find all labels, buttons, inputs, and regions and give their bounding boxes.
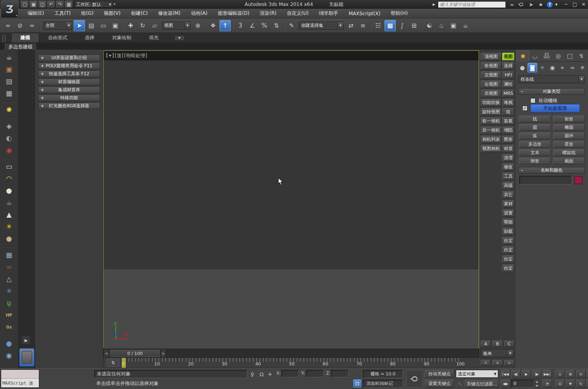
snaps-toggle-3d-icon[interactable]: 3 [235,20,246,31]
previous-frame-button[interactable]: ◀| [511,370,521,378]
viewport-canvas-upper[interactable] [104,60,479,269]
close-button[interactable]: ✕ [581,2,586,7]
sign-in-icon[interactable]: ➤ [528,1,535,8]
rock-icon[interactable]: ✳ [2,285,16,297]
help-icon[interactable]: ? [547,2,553,8]
quad-shelf-button[interactable]: 高级 [502,182,514,189]
isolate-selection-icon[interactable]: ⊡ [353,379,361,387]
help-caret-icon[interactable]: ▾ [555,2,558,7]
quad-view-button[interactable]: 右视图 [481,80,501,88]
shelf-set-button[interactable]: C [504,341,514,347]
subcat-helpers-icon[interactable]: ⌖ [558,63,567,72]
quad-shelf-button[interactable]: 塌陷 [502,126,514,134]
zero-x-icon[interactable]: 0x [2,321,16,335]
quad-shelf-button[interactable]: 属性 [502,80,514,88]
shape-type-button[interactable]: 线 [519,116,551,122]
quad-shelf-button[interactable]: 自定 [502,237,514,245]
grass-icon[interactable]: ψ [2,297,16,309]
tab-create[interactable]: ✱ [517,50,529,62]
menu-item[interactable]: 编辑(E) [22,9,49,18]
menu-item[interactable]: 渲染(R) [255,9,282,18]
next-frame-arrow[interactable]: > [160,349,166,357]
wire-teapot-icon[interactable]: ☕ [2,197,16,209]
quad-view-button[interactable]: 后一相机 [481,126,501,134]
viewport-pov-menu[interactable]: [顶] [115,52,123,59]
menu-item[interactable]: 动画(A) [185,9,213,18]
menu-item[interactable]: 组(G) [76,9,99,18]
manage-layers-icon[interactable]: ☷ [373,20,384,31]
shape-type-button[interactable]: 卵形 [519,158,551,164]
menu-item[interactable]: 自定义(U) [282,9,314,18]
edit-named-selection-sets-icon[interactable]: ✎ [286,20,297,31]
quad-shelf-button[interactable]: 设置 [502,209,514,217]
reference-coordinate-dropdown[interactable]: 视图▼ [162,22,191,30]
shelf-set-button[interactable]: A [481,341,491,347]
name-and-color-rollout[interactable]: - 名称和颜色 [518,167,585,174]
rollout-header[interactable]: + 灯光颜色RGB选择器 [38,102,100,109]
menu-item[interactable]: 修改器(M) [153,9,186,18]
quad-view-button[interactable]: 左视图 [481,71,501,79]
percent-snap-icon[interactable]: % [259,20,270,31]
toolbar-options-caret[interactable]: ▼ [113,3,115,6]
menu-item[interactable]: 视图(V) [99,9,126,18]
mirror-icon[interactable]: ⇄ [345,20,356,31]
absolute-offset-gizmo-icon[interactable]: ✛ [266,370,274,378]
shape-type-button[interactable]: 椭圆 [553,124,585,131]
minimize-button[interactable]: ─ [563,2,569,7]
plane-primitive-icon[interactable]: ▭ [2,160,16,172]
shape-type-button[interactable]: 星形 [553,141,585,148]
bind-to-space-warp-icon[interactable]: ≈ [26,20,38,31]
viewport-general-menu[interactable]: [+] [106,53,114,58]
zoom-all-button[interactable]: ⊞ [566,370,575,378]
selection-lock-icon[interactable]: Ω [258,370,266,378]
mini-listener-script-row[interactable]: MAXScript 迷 [1,379,39,387]
quad-view-button[interactable]: 视图相机 [481,145,501,152]
selected-objects-dropdown[interactable]: 选定对象 ▼ [456,370,498,378]
viewport-shading-menu[interactable]: [明暗处理] [124,52,147,59]
start-new-shape-button[interactable]: 开始新图形 [530,104,580,112]
sphere-primitive-icon[interactable]: ● [2,184,16,197]
open-file-icon[interactable]: ▣ [30,1,38,8]
menu-item[interactable]: 工具(T) [49,9,76,18]
quad-view-button[interactable]: 后视图 [481,90,501,97]
shape-type-button[interactable]: 文本 [519,149,551,156]
tab-selection[interactable]: 选择 [76,33,103,42]
quad-shelf-button[interactable]: 材质 [502,145,514,152]
quad-shelf-button[interactable]: 素材 [502,200,514,208]
shape-type-button[interactable]: 圆 [519,124,551,131]
object-color-swatch[interactable] [574,176,582,184]
schematic-view-icon[interactable]: ⊞ [409,20,420,31]
angle-snap-icon[interactable]: ∠ [247,20,258,31]
subcat-geometry-icon[interactable]: ● [518,63,527,72]
frame-spinner[interactable]: ▲▼ [534,379,540,388]
quad-shelf-button[interactable]: 自定 [502,255,514,263]
align-icon[interactable]: ≡ [357,20,369,31]
viewport-canvas-lower[interactable] [104,269,479,348]
quad-shelf-button[interactable]: 装载 [502,117,514,125]
tab-utilities[interactable]: ↯ [576,50,587,62]
notification-balloon-icon[interactable]: ♀ [248,370,256,378]
mini-listener-macro-row[interactable] [1,370,39,379]
undo-icon[interactable]: ↶ [47,1,55,8]
set-keys-button[interactable]: Ϙ [406,370,423,388]
render-settings-icon[interactable]: ▦ [2,87,16,102]
shape-type-button[interactable]: 螺旋线 [553,149,585,156]
set-key-button[interactable]: 设置关键点 [425,379,454,388]
ribbon-minimize-caret[interactable]: ▼ [174,35,185,41]
expand-arrow-button[interactable]: ▶ [22,336,30,344]
zoom-button[interactable]: ± [555,370,565,378]
coord-x-field[interactable] [281,370,299,377]
subcat-space-warps-icon[interactable]: ≈ [568,63,577,72]
go-to-end-button[interactable]: ▶▶| [542,370,552,378]
next-frame-button[interactable]: |▶ [532,370,542,378]
workspace-dropdown[interactable]: 工作区: 默认 ▼ [75,1,113,8]
zoom-extents-all-button[interactable]: ⊠ [586,370,588,378]
quad-view-button[interactable]: 功能切换 [481,99,501,106]
rollout-header[interactable]: + 快速选择工具条 F12 [38,70,100,77]
time-configuration-button[interactable]: ◔ [542,379,552,388]
rollout-header[interactable]: + 特殊功能 [38,94,100,101]
select-and-manipulate-icon[interactable]: ❖ [207,20,219,31]
use-pivot-center-icon[interactable]: ⊕ [192,20,203,31]
maximize-button[interactable]: □ [572,2,578,7]
graphite-modeling-toggle-icon[interactable]: ▦ [385,20,396,31]
